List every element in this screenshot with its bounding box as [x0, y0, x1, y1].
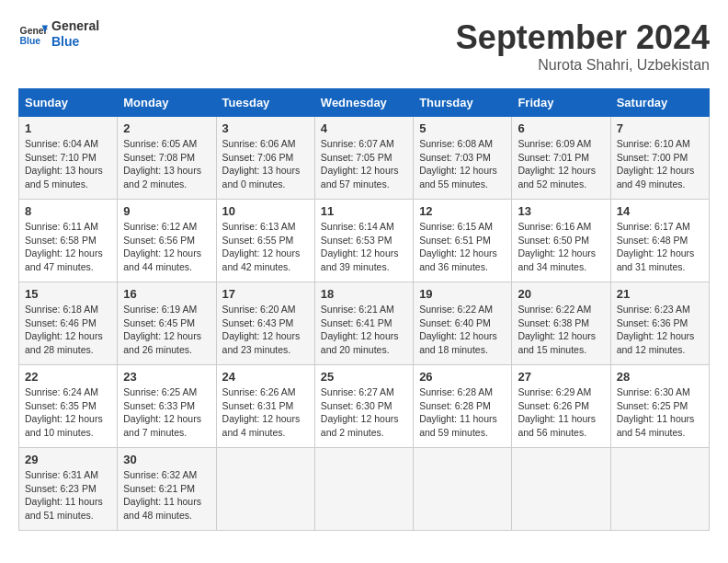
day-info: Sunrise: 6:22 AM Sunset: 6:38 PM Dayligh…	[518, 303, 604, 357]
day-number: 8	[25, 204, 111, 218]
day-number: 25	[321, 370, 407, 384]
day-number: 27	[518, 370, 604, 384]
day-info: Sunrise: 6:14 AM Sunset: 6:53 PM Dayligh…	[321, 220, 407, 274]
day-info: Sunrise: 6:12 AM Sunset: 6:56 PM Dayligh…	[123, 220, 210, 274]
day-info: Sunrise: 6:04 AM Sunset: 7:10 PM Dayligh…	[25, 137, 111, 191]
day-number: 11	[321, 204, 407, 218]
logo-icon: General Blue	[18, 19, 48, 49]
day-number: 10	[222, 204, 309, 218]
calendar-week-4: 22 Sunrise: 6:24 AM Sunset: 6:35 PM Dayl…	[19, 365, 710, 448]
calendar-cell: 3 Sunrise: 6:06 AM Sunset: 7:06 PM Dayli…	[216, 117, 314, 200]
calendar-cell: 26 Sunrise: 6:28 AM Sunset: 6:28 PM Dayl…	[414, 365, 512, 448]
calendar-week-3: 15 Sunrise: 6:18 AM Sunset: 6:46 PM Dayl…	[19, 282, 710, 365]
calendar-cell	[512, 448, 610, 531]
location-title: Nurota Shahri, Uzbekistan	[456, 57, 710, 74]
calendar-cell: 30 Sunrise: 6:32 AM Sunset: 6:21 PM Dayl…	[118, 448, 216, 531]
day-info: Sunrise: 6:18 AM Sunset: 6:46 PM Dayligh…	[25, 303, 111, 357]
day-number: 23	[123, 370, 210, 384]
day-number: 4	[321, 121, 407, 135]
day-number: 22	[25, 370, 111, 384]
calendar-cell: 18 Sunrise: 6:21 AM Sunset: 6:41 PM Dayl…	[314, 282, 413, 365]
title-area: September 2024 Nurota Shahri, Uzbekistan	[456, 18, 710, 74]
calendar-cell: 28 Sunrise: 6:30 AM Sunset: 6:25 PM Dayl…	[610, 365, 709, 448]
calendar-week-1: 1 Sunrise: 6:04 AM Sunset: 7:10 PM Dayli…	[19, 117, 710, 200]
day-info: Sunrise: 6:28 AM Sunset: 6:28 PM Dayligh…	[419, 385, 506, 440]
day-number: 5	[419, 121, 506, 135]
calendar-cell: 1 Sunrise: 6:04 AM Sunset: 7:10 PM Dayli…	[19, 117, 118, 200]
day-number: 18	[321, 287, 407, 301]
calendar-cell: 24 Sunrise: 6:26 AM Sunset: 6:31 PM Dayl…	[216, 365, 314, 448]
calendar-cell: 27 Sunrise: 6:29 AM Sunset: 6:26 PM Dayl…	[512, 365, 610, 448]
calendar-cell: 2 Sunrise: 6:05 AM Sunset: 7:08 PM Dayli…	[118, 117, 216, 200]
calendar-cell: 17 Sunrise: 6:20 AM Sunset: 6:43 PM Dayl…	[216, 282, 314, 365]
day-number: 20	[518, 287, 604, 301]
day-info: Sunrise: 6:13 AM Sunset: 6:55 PM Dayligh…	[222, 220, 309, 274]
calendar-cell: 22 Sunrise: 6:24 AM Sunset: 6:35 PM Dayl…	[19, 365, 118, 448]
calendar-cell: 7 Sunrise: 6:10 AM Sunset: 7:00 PM Dayli…	[610, 117, 709, 200]
day-info: Sunrise: 6:31 AM Sunset: 6:23 PM Dayligh…	[25, 468, 111, 523]
day-info: Sunrise: 6:22 AM Sunset: 6:40 PM Dayligh…	[419, 303, 506, 357]
day-info: Sunrise: 6:06 AM Sunset: 7:06 PM Dayligh…	[222, 137, 309, 191]
day-info: Sunrise: 6:29 AM Sunset: 6:26 PM Dayligh…	[518, 385, 604, 440]
day-number: 26	[419, 370, 506, 384]
calendar-cell: 4 Sunrise: 6:07 AM Sunset: 7:05 PM Dayli…	[314, 117, 413, 200]
day-number: 1	[25, 121, 111, 135]
day-info: Sunrise: 6:09 AM Sunset: 7:01 PM Dayligh…	[518, 137, 604, 191]
month-title: September 2024	[456, 18, 710, 57]
day-info: Sunrise: 6:23 AM Sunset: 6:36 PM Dayligh…	[617, 303, 703, 357]
header-row: Sunday Monday Tuesday Wednesday Thursday…	[19, 89, 710, 117]
day-info: Sunrise: 6:30 AM Sunset: 6:25 PM Dayligh…	[617, 385, 703, 440]
calendar-cell	[414, 448, 512, 531]
calendar-cell: 10 Sunrise: 6:13 AM Sunset: 6:55 PM Dayl…	[216, 200, 314, 282]
calendar-cell: 5 Sunrise: 6:08 AM Sunset: 7:03 PM Dayli…	[414, 117, 512, 200]
day-info: Sunrise: 6:05 AM Sunset: 7:08 PM Dayligh…	[123, 137, 210, 191]
day-info: Sunrise: 6:08 AM Sunset: 7:03 PM Dayligh…	[419, 137, 506, 191]
day-info: Sunrise: 6:21 AM Sunset: 6:41 PM Dayligh…	[321, 303, 407, 357]
col-saturday: Saturday	[610, 89, 709, 117]
day-number: 24	[222, 370, 309, 384]
day-number: 28	[617, 370, 703, 384]
calendar-cell: 16 Sunrise: 6:19 AM Sunset: 6:45 PM Dayl…	[118, 282, 216, 365]
day-info: Sunrise: 6:24 AM Sunset: 6:35 PM Dayligh…	[25, 385, 111, 440]
calendar-cell: 6 Sunrise: 6:09 AM Sunset: 7:01 PM Dayli…	[512, 117, 610, 200]
day-info: Sunrise: 6:26 AM Sunset: 6:31 PM Dayligh…	[222, 385, 309, 440]
calendar-cell: 13 Sunrise: 6:16 AM Sunset: 6:50 PM Dayl…	[512, 200, 610, 282]
day-number: 9	[123, 204, 210, 218]
day-info: Sunrise: 6:19 AM Sunset: 6:45 PM Dayligh…	[123, 303, 210, 357]
day-number: 17	[222, 287, 309, 301]
logo-blue-text: Blue	[51, 34, 99, 50]
day-info: Sunrise: 6:15 AM Sunset: 6:51 PM Dayligh…	[419, 220, 506, 274]
day-info: Sunrise: 6:11 AM Sunset: 6:58 PM Dayligh…	[25, 220, 111, 274]
col-sunday: Sunday	[19, 89, 118, 117]
day-info: Sunrise: 6:27 AM Sunset: 6:30 PM Dayligh…	[321, 385, 407, 440]
logo-general-text: General	[51, 18, 99, 34]
day-number: 6	[518, 121, 604, 135]
calendar-cell	[216, 448, 314, 531]
day-number: 15	[25, 287, 111, 301]
svg-text:Blue: Blue	[20, 36, 41, 46]
calendar-cell: 23 Sunrise: 6:25 AM Sunset: 6:33 PM Dayl…	[118, 365, 216, 448]
calendar-week-2: 8 Sunrise: 6:11 AM Sunset: 6:58 PM Dayli…	[19, 200, 710, 282]
day-info: Sunrise: 6:32 AM Sunset: 6:21 PM Dayligh…	[123, 468, 210, 523]
day-number: 14	[617, 204, 703, 218]
calendar-cell: 11 Sunrise: 6:14 AM Sunset: 6:53 PM Dayl…	[314, 200, 413, 282]
calendar-table: Sunday Monday Tuesday Wednesday Thursday…	[18, 88, 710, 531]
day-info: Sunrise: 6:17 AM Sunset: 6:48 PM Dayligh…	[617, 220, 703, 274]
logo: General Blue General Blue	[18, 18, 99, 50]
calendar-week-5: 29 Sunrise: 6:31 AM Sunset: 6:23 PM Dayl…	[19, 448, 710, 531]
day-info: Sunrise: 6:10 AM Sunset: 7:00 PM Dayligh…	[617, 137, 703, 191]
calendar-cell: 14 Sunrise: 6:17 AM Sunset: 6:48 PM Dayl…	[610, 200, 709, 282]
day-info: Sunrise: 6:25 AM Sunset: 6:33 PM Dayligh…	[123, 385, 210, 440]
day-number: 2	[123, 121, 210, 135]
day-info: Sunrise: 6:07 AM Sunset: 7:05 PM Dayligh…	[321, 137, 407, 191]
day-number: 21	[617, 287, 703, 301]
calendar-cell: 8 Sunrise: 6:11 AM Sunset: 6:58 PM Dayli…	[19, 200, 118, 282]
col-friday: Friday	[512, 89, 610, 117]
day-number: 29	[25, 453, 111, 466]
day-number: 7	[617, 121, 703, 135]
calendar-cell: 9 Sunrise: 6:12 AM Sunset: 6:56 PM Dayli…	[118, 200, 216, 282]
day-number: 19	[419, 287, 506, 301]
day-number: 16	[123, 287, 210, 301]
col-tuesday: Tuesday	[216, 89, 314, 117]
day-info: Sunrise: 6:16 AM Sunset: 6:50 PM Dayligh…	[518, 220, 604, 274]
